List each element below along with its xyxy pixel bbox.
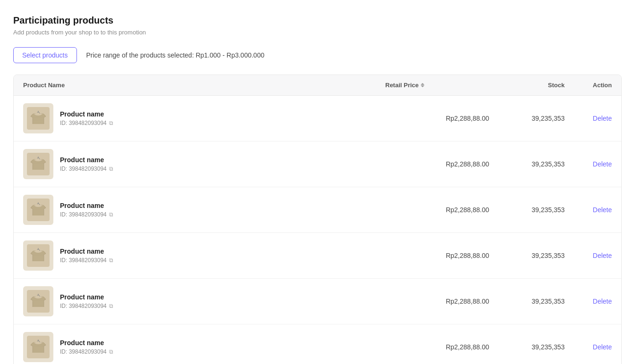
stock-cell: 39,235,353 <box>489 298 565 305</box>
table-row: Product name ID: 398482093094 ⧉ Rp2,288,… <box>14 279 621 324</box>
delete-button[interactable]: Delete <box>593 204 612 215</box>
product-cell: Product name ID: 398482093094 ⧉ <box>23 149 385 179</box>
stock-cell: 39,235,353 <box>489 160 565 168</box>
product-info: Product name ID: 398482093094 ⧉ <box>60 293 113 309</box>
action-cell: Delete <box>565 296 612 307</box>
product-name: Product name <box>60 293 113 301</box>
product-image <box>23 149 53 179</box>
column-action: Action <box>565 82 612 89</box>
column-stock: Stock <box>489 82 565 89</box>
product-id: ID: 398482093094 ⧉ <box>60 120 113 126</box>
delete-button[interactable]: Delete <box>593 341 612 353</box>
product-name: Product name <box>60 156 113 164</box>
copy-icon[interactable]: ⧉ <box>109 165 113 172</box>
action-cell: Delete <box>565 113 612 124</box>
column-product-name: Product Name <box>23 82 385 89</box>
product-image <box>23 103 53 133</box>
select-products-button[interactable]: Select products <box>13 47 77 63</box>
product-cell: Product name ID: 398482093094 ⧉ <box>23 195 385 225</box>
stock-cell: 39,235,353 <box>489 343 565 351</box>
retail-price-cell: Rp2,288,88.00 <box>385 206 489 214</box>
product-info: Product name ID: 398482093094 ⧉ <box>60 110 113 126</box>
copy-icon[interactable]: ⧉ <box>109 120 113 126</box>
product-image <box>23 286 53 316</box>
copy-icon[interactable]: ⧉ <box>109 257 113 264</box>
product-image <box>23 240 53 271</box>
product-cell: Product name ID: 398482093094 ⧉ <box>23 240 385 271</box>
product-info: Product name ID: 398482093094 ⧉ <box>60 156 113 172</box>
product-cell: Product name ID: 398482093094 ⧉ <box>23 332 385 362</box>
page-subtitle: Add products from your shop to to this p… <box>13 29 622 36</box>
product-id: ID: 398482093094 ⧉ <box>60 348 113 355</box>
product-cell: Product name ID: 398482093094 ⧉ <box>23 286 385 316</box>
delete-button[interactable]: Delete <box>593 296 612 307</box>
copy-icon[interactable]: ⧉ <box>109 211 113 218</box>
copy-icon[interactable]: ⧉ <box>109 303 113 309</box>
retail-price-cell: Rp2,288,88.00 <box>385 343 489 351</box>
toolbar: Select products Price range of the produ… <box>13 47 622 63</box>
product-name: Product name <box>60 248 113 255</box>
table-row: Product name ID: 398482093094 ⧉ Rp2,288,… <box>14 96 621 141</box>
stock-cell: 39,235,353 <box>489 115 565 122</box>
retail-price-cell: Rp2,288,88.00 <box>385 115 489 122</box>
stock-cell: 39,235,353 <box>489 252 565 259</box>
table-header: Product Name Retail Price Stock Action <box>14 75 621 96</box>
retail-price-cell: Rp2,288,88.00 <box>385 298 489 305</box>
action-cell: Delete <box>565 204 612 215</box>
delete-button[interactable]: Delete <box>593 113 612 124</box>
retail-price-cell: Rp2,288,88.00 <box>385 252 489 259</box>
retail-price-cell: Rp2,288,88.00 <box>385 160 489 168</box>
table-body: Product name ID: 398482093094 ⧉ Rp2,288,… <box>14 96 621 364</box>
delete-button[interactable]: Delete <box>593 250 612 261</box>
product-id: ID: 398482093094 ⧉ <box>60 303 113 309</box>
product-cell: Product name ID: 398482093094 ⧉ <box>23 103 385 133</box>
product-name: Product name <box>60 202 113 209</box>
table-row: Product name ID: 398482093094 ⧉ Rp2,288,… <box>14 141 621 187</box>
product-image <box>23 332 53 362</box>
column-retail-price[interactable]: Retail Price <box>385 82 489 89</box>
delete-button[interactable]: Delete <box>593 158 612 170</box>
product-image <box>23 195 53 225</box>
product-info: Product name ID: 398482093094 ⧉ <box>60 202 113 218</box>
action-cell: Delete <box>565 341 612 353</box>
sort-icon[interactable] <box>421 83 424 87</box>
action-cell: Delete <box>565 158 612 170</box>
product-info: Product name ID: 398482093094 ⧉ <box>60 248 113 264</box>
product-id: ID: 398482093094 ⧉ <box>60 211 113 218</box>
table-row: Product name ID: 398482093094 ⧉ Rp2,288,… <box>14 187 621 233</box>
table-row: Product name ID: 398482093094 ⧉ Rp2,288,… <box>14 324 621 364</box>
action-cell: Delete <box>565 250 612 261</box>
product-info: Product name ID: 398482093094 ⧉ <box>60 339 113 355</box>
stock-cell: 39,235,353 <box>489 206 565 214</box>
copy-icon[interactable]: ⧉ <box>109 348 113 355</box>
product-id: ID: 398482093094 ⧉ <box>60 165 113 172</box>
product-id: ID: 398482093094 ⧉ <box>60 257 113 264</box>
table-row: Product name ID: 398482093094 ⧉ Rp2,288,… <box>14 233 621 279</box>
product-name: Product name <box>60 110 113 118</box>
price-range-text: Price range of the products selected: Rp… <box>86 51 264 59</box>
product-name: Product name <box>60 339 113 347</box>
products-table: Product Name Retail Price Stock Action <box>13 74 622 364</box>
page-title: Participating products <box>13 15 622 26</box>
